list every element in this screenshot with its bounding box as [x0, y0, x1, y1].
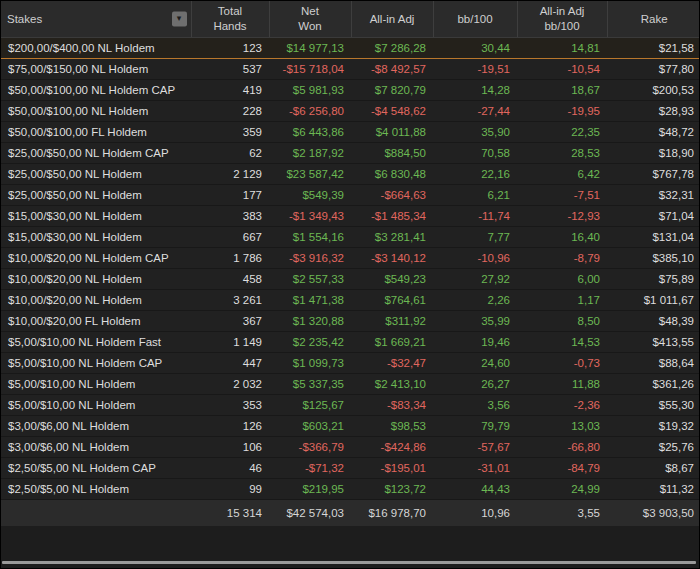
cell-bb100: -57,67	[433, 436, 517, 457]
cell-allin_adj: -$83,34	[351, 394, 433, 415]
column-header-label: Total Hands	[213, 4, 246, 33]
table-row[interactable]: $10,00/$20,00 NL Holdem3 261$1 471,38$76…	[1, 289, 700, 310]
cell-hands: 353	[191, 394, 269, 415]
table-row[interactable]: $5,00/$10,00 NL Holdem Fast1 149$2 235,4…	[1, 331, 700, 352]
table-row[interactable]: $10,00/$20,00 FL Holdem367$1 320,88$311,…	[1, 310, 700, 331]
cell-rake: $55,30	[607, 394, 700, 415]
column-header-label: Net Won	[298, 4, 321, 33]
cell-net_won: -$1 349,43	[269, 205, 351, 226]
cell-allin_bb100: -84,79	[517, 457, 607, 478]
cell-allin_adj: $7 286,28	[351, 37, 433, 58]
column-header-allin_bb100[interactable]: All-in Adj bb/100	[517, 1, 607, 37]
cell-net_won: $5 337,35	[269, 373, 351, 394]
cell-rake: $767,78	[607, 163, 700, 184]
cell-hands: 3 261	[191, 289, 269, 310]
cell-rake: $32,31	[607, 184, 700, 205]
cell-rake: $8,67	[607, 457, 700, 478]
table-row[interactable]: $15,00/$30,00 NL Holdem383-$1 349,43-$1 …	[1, 205, 700, 226]
cell-net_won: -$3 916,32	[269, 247, 351, 268]
cell-allin_adj: $98,53	[351, 415, 433, 436]
cell-bb100: -27,44	[433, 100, 517, 121]
column-header-allin_adj[interactable]: All-in Adj	[351, 1, 433, 37]
cell-allin_adj: $4 011,88	[351, 121, 433, 142]
cell-allin_adj: -$424,86	[351, 436, 433, 457]
table-row[interactable]: $50,00/$100,00 FL Holdem359$6 443,86$4 0…	[1, 121, 700, 142]
cell-stakes: $3,00/$6,00 NL Holdem	[1, 436, 191, 457]
cell-allin_adj: -$1 485,34	[351, 205, 433, 226]
cell-net_won: $2 187,92	[269, 142, 351, 163]
table-body: $200,00/$400,00 NL Holdem123$14 977,13$7…	[1, 37, 700, 499]
cell-bb100: 3,56	[433, 394, 517, 415]
table-row[interactable]: $5,00/$10,00 NL Holdem CAP447$1 099,73-$…	[1, 352, 700, 373]
cell-allin_bb100: 6,00	[517, 268, 607, 289]
cell-allin_adj: $884,50	[351, 142, 433, 163]
column-header-label: All-in Adj	[370, 12, 415, 26]
table-row[interactable]: $2,50/$5,00 NL Holdem99$219,95$123,7244,…	[1, 478, 700, 499]
table-row[interactable]: $25,00/$50,00 NL Holdem2 129$23 587,42$6…	[1, 163, 700, 184]
horizontal-scrollbar-thumb[interactable]	[2, 561, 696, 564]
table-row[interactable]: $50,00/$100,00 NL Holdem CAP419$5 981,93…	[1, 79, 700, 100]
column-header-stakes[interactable]: Stakes▾	[1, 1, 191, 37]
cell-stakes: $10,00/$20,00 NL Holdem	[1, 289, 191, 310]
column-header-label: bb/100	[457, 12, 492, 26]
table-row[interactable]: $25,00/$50,00 NL Holdem CAP62$2 187,92$8…	[1, 142, 700, 163]
cell-stakes: $2,50/$5,00 NL Holdem CAP	[1, 457, 191, 478]
table-row[interactable]: $10,00/$20,00 NL Holdem CAP1 786-$3 916,…	[1, 247, 700, 268]
cell-bb100: 7,77	[433, 226, 517, 247]
cell-allin_adj: $123,72	[351, 478, 433, 499]
cell-net_won: $125,67	[269, 394, 351, 415]
cell-allin_adj: -$664,63	[351, 184, 433, 205]
cell-hands: 62	[191, 142, 269, 163]
table-row[interactable]: $75,00/$150,00 NL Holdem537-$15 718,04-$…	[1, 58, 700, 79]
cell-allin_bb100: -0,73	[517, 352, 607, 373]
cell-allin_bb100: -10,54	[517, 58, 607, 79]
cell-rake: $48,39	[607, 310, 700, 331]
cell-rake: $88,64	[607, 352, 700, 373]
cell-bb100: 30,44	[433, 37, 517, 58]
column-header-bb100[interactable]: bb/100	[433, 1, 517, 37]
cell-bb100: 14,28	[433, 79, 517, 100]
cell-rake: $413,55	[607, 331, 700, 352]
cell-hands: 359	[191, 121, 269, 142]
cell-hands: 2 032	[191, 373, 269, 394]
cell-rake: $361,26	[607, 373, 700, 394]
total-rake: $3 903,50	[607, 499, 700, 526]
cell-hands: 99	[191, 478, 269, 499]
cell-hands: 447	[191, 352, 269, 373]
table-row[interactable]: $5,00/$10,00 NL Holdem2 032$5 337,35$2 4…	[1, 373, 700, 394]
total-hands: 15 314	[191, 499, 269, 526]
cell-allin_bb100: 1,17	[517, 289, 607, 310]
table-row[interactable]: $200,00/$400,00 NL Holdem123$14 977,13$7…	[1, 37, 700, 58]
total-bb100: 10,96	[433, 499, 517, 526]
table-row[interactable]: $15,00/$30,00 NL Holdem667$1 554,16$3 28…	[1, 226, 700, 247]
results-table: Stakes▾Total HandsNet WonAll-in Adjbb/10…	[1, 1, 700, 526]
table-row[interactable]: $25,00/$50,00 NL Holdem177$549,39-$664,6…	[1, 184, 700, 205]
column-header-hands[interactable]: Total Hands	[191, 1, 269, 37]
stats-results-window: Stakes▾Total HandsNet WonAll-in Adjbb/10…	[0, 0, 700, 569]
cell-hands: 46	[191, 457, 269, 478]
column-header-rake[interactable]: Rake	[607, 1, 700, 37]
table-row[interactable]: $10,00/$20,00 NL Holdem458$2 557,33$549,…	[1, 268, 700, 289]
cell-rake: $77,80	[607, 58, 700, 79]
column-header-net_won[interactable]: Net Won	[269, 1, 351, 37]
horizontal-scrollbar-track[interactable]	[2, 559, 698, 566]
cell-rake: $200,53	[607, 79, 700, 100]
table-row[interactable]: $3,00/$6,00 NL Holdem106-$366,79-$424,86…	[1, 436, 700, 457]
stakes-filter-button[interactable]: ▾	[172, 11, 187, 26]
cell-stakes: $5,00/$10,00 NL Holdem CAP	[1, 352, 191, 373]
table-row[interactable]: $2,50/$5,00 NL Holdem CAP46-$71,32-$195,…	[1, 457, 700, 478]
cell-rake: $75,89	[607, 268, 700, 289]
table-row[interactable]: $50,00/$100,00 NL Holdem228-$6 256,80-$4…	[1, 100, 700, 121]
cell-bb100: 24,60	[433, 352, 517, 373]
table-row[interactable]: $5,00/$10,00 NL Holdem353$125,67-$83,343…	[1, 394, 700, 415]
cell-allin_bb100: -7,51	[517, 184, 607, 205]
cell-net_won: $549,39	[269, 184, 351, 205]
cell-allin_bb100: -12,93	[517, 205, 607, 226]
table-row[interactable]: $3,00/$6,00 NL Holdem126$603,21$98,5379,…	[1, 415, 700, 436]
cell-allin_bb100: 28,53	[517, 142, 607, 163]
cell-net_won: -$15 718,04	[269, 58, 351, 79]
cell-net_won: -$71,32	[269, 457, 351, 478]
totals-row: 15 314$42 574,03$16 978,7010,963,55$3 90…	[1, 499, 700, 526]
cell-rake: $18,90	[607, 142, 700, 163]
cell-stakes: $15,00/$30,00 NL Holdem	[1, 205, 191, 226]
